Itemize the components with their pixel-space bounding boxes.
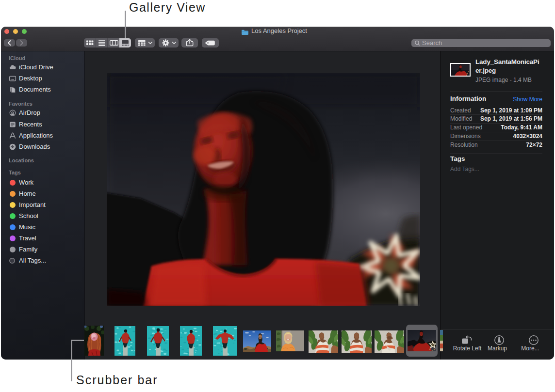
svg-text:Search: Search xyxy=(422,39,442,47)
